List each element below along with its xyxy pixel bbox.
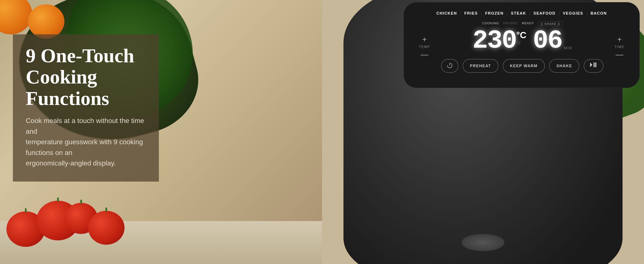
separator-5: | — [559, 11, 560, 16]
text-overlay: 9 One-TouchCooking Functions Cook meals … — [13, 34, 159, 182]
time-label: TIME — [614, 45, 624, 49]
orange-2 — [28, 4, 64, 39]
status-cooking: COOKING — [482, 21, 499, 26]
time-plus-button[interactable]: + — [617, 36, 622, 43]
orange-1 — [0, 0, 32, 34]
fryer-body: CHICKEN | FRIES | FROZEN | STEAK | SEAFO… — [344, 0, 622, 264]
separator-1: | — [460, 11, 461, 16]
status-ready: READY — [522, 21, 534, 26]
preheat-button[interactable]: PREHEAT — [462, 59, 498, 73]
power-icon — [447, 62, 453, 68]
mode-veggies[interactable]: VEGGIES — [563, 11, 583, 16]
play-pause-button[interactable] — [584, 59, 604, 73]
temp-label: TEMP — [419, 45, 430, 49]
tomatoes-decoration — [0, 182, 118, 247]
temp-unit-block: °C °F — [516, 28, 526, 46]
subtext: Cook meals at a touch without the time a… — [26, 116, 146, 169]
time-section: + TIME — — [614, 36, 624, 58]
middle-display-section: COOKING PAUSED READY (( SHAKE )) 230 — [434, 21, 610, 73]
control-buttons-row: PREHEAT KEEP WARM SHAKE — [441, 59, 604, 73]
mode-fries[interactable]: FRIES — [464, 11, 478, 16]
temp-plus-button[interactable]: + — [422, 36, 427, 43]
time-unit-label: MIN — [564, 46, 572, 54]
temp-minus-button[interactable]: — — [420, 51, 428, 58]
temp-celsius: °C — [516, 30, 526, 40]
time-value: 06 — [533, 28, 562, 54]
shake-button[interactable]: SHAKE — [549, 59, 580, 73]
mode-chicken[interactable]: CHICKEN — [436, 11, 457, 16]
status-row: COOKING PAUSED READY (( SHAKE )) — [482, 21, 562, 26]
svg-rect-4 — [595, 62, 596, 67]
food-modes-row: CHICKEN | FRIES | FROZEN | STEAK | SEAFO… — [412, 11, 631, 16]
display-main: + TEMP — COOKING PAUSED READY (( SHAKE )… — [412, 21, 631, 73]
separator-6: | — [586, 11, 587, 16]
mode-seafood[interactable]: SEAFOOD — [534, 11, 556, 16]
status-paused: PAUSED — [503, 21, 518, 26]
mode-frozen[interactable]: FROZEN — [485, 11, 504, 16]
mode-bacon[interactable]: BACON — [590, 11, 607, 16]
time-display: 06 MIN — [533, 28, 572, 54]
fryer-handle — [462, 234, 504, 251]
air-fryer-device: CHICKEN | FRIES | FROZEN | STEAK | SEAFO… — [300, 0, 644, 264]
temp-display: 230 °C °F — [472, 28, 526, 54]
shake-indicator: (( SHAKE )) — [538, 21, 562, 26]
display-panel: CHICKEN | FRIES | FROZEN | STEAK | SEAFO… — [404, 2, 640, 88]
separator-3: | — [507, 11, 508, 16]
temp-section: + TEMP — — [419, 36, 430, 58]
time-minus-button[interactable]: — — [616, 51, 624, 58]
mode-steak[interactable]: STEAK — [511, 11, 526, 16]
separator-2: | — [481, 11, 482, 16]
separator-4: | — [529, 11, 530, 16]
svg-rect-3 — [594, 62, 595, 67]
temp-fahrenheit: °F — [516, 40, 526, 46]
hero-section: 9 One-TouchCooking Functions Cook meals … — [0, 0, 644, 264]
svg-marker-2 — [590, 62, 592, 67]
keep-warm-button[interactable]: KEEP WARM — [503, 59, 545, 73]
numbers-row: 230 °C °F 06 MIN — [472, 28, 572, 54]
power-button[interactable] — [441, 59, 458, 73]
play-pause-icon — [590, 62, 597, 67]
tomato-4 — [88, 211, 124, 245]
temp-value: 230 — [472, 28, 516, 54]
headline: 9 One-TouchCooking Functions — [26, 45, 146, 109]
